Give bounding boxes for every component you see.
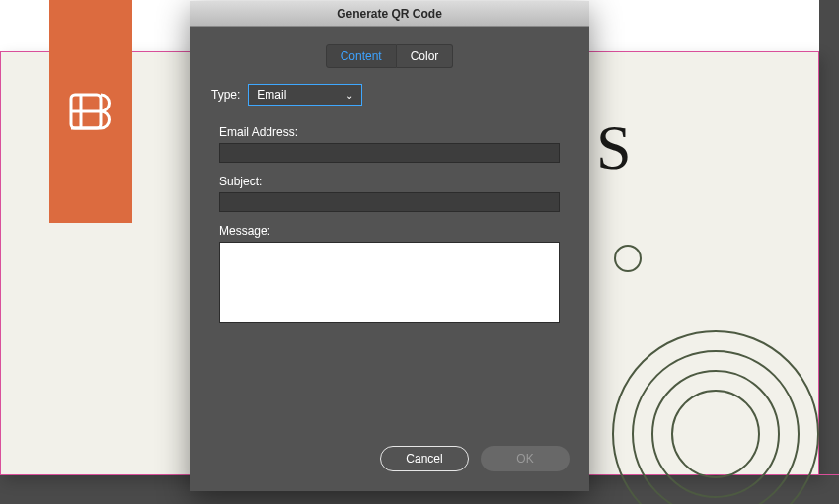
brand-logo-icon [66, 87, 115, 136]
type-select-value: Email [257, 88, 286, 102]
email-input[interactable] [219, 143, 560, 163]
message-label: Message: [219, 224, 560, 238]
subject-input[interactable] [219, 192, 560, 212]
dialog-footer: Cancel OK [190, 430, 589, 491]
dialog-tabs: Content Color [211, 44, 568, 68]
decorative-circle [614, 245, 642, 272]
message-textarea[interactable] [219, 242, 560, 323]
tab-color[interactable]: Color [397, 44, 454, 68]
generate-qr-dialog: Generate QR Code Content Color Type: Ema… [190, 1, 589, 491]
dialog-body: Content Color Type: Email ⌄ Email Addres… [190, 27, 589, 430]
subject-label: Subject: [219, 175, 560, 188]
tab-content[interactable]: Content [326, 44, 397, 68]
chevron-down-icon: ⌄ [345, 90, 353, 101]
email-label: Email Address: [219, 125, 560, 139]
decorative-rings [587, 306, 839, 504]
brand-ribbon [49, 0, 132, 223]
dialog-title: Generate QR Code [190, 1, 589, 27]
cancel-button[interactable]: Cancel [380, 446, 469, 471]
type-select[interactable]: Email ⌄ [248, 84, 362, 106]
decorative-letter: S [596, 111, 632, 184]
ok-button: OK [481, 446, 570, 471]
type-label: Type: [211, 88, 240, 102]
